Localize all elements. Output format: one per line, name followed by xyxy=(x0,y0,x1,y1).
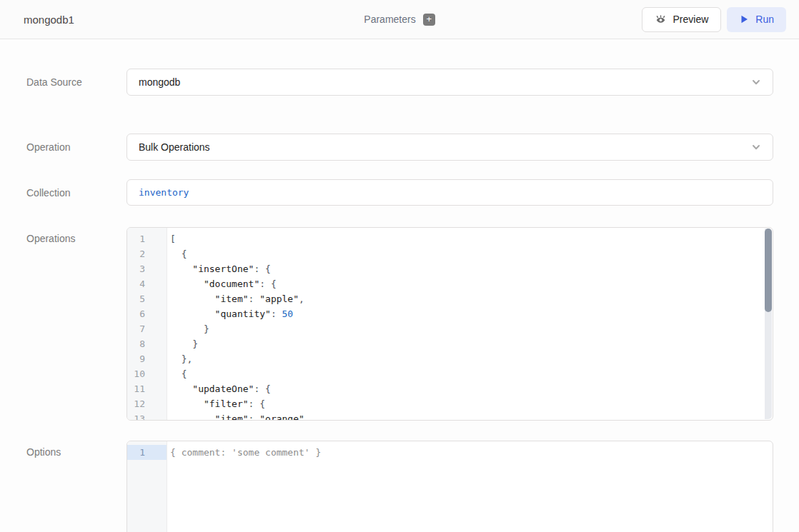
play-icon xyxy=(739,14,749,24)
line-number: 5 xyxy=(127,291,167,306)
options-code-area[interactable]: { comment: 'some comment' } xyxy=(167,441,773,532)
code-line: { xyxy=(170,366,763,381)
preview-button[interactable]: Preview xyxy=(642,7,722,32)
line-number: 13 xyxy=(127,411,167,421)
options-placeholder: { comment: 'some comment' } xyxy=(170,445,763,460)
line-number: 2 xyxy=(127,246,167,261)
line-number: 7 xyxy=(127,321,167,336)
line-number: 1 xyxy=(127,445,167,460)
operations-scrollbar[interactable] xyxy=(765,229,772,419)
operations-label: Operations xyxy=(26,233,75,244)
run-button-label: Run xyxy=(755,14,774,25)
options-gutter: 1 xyxy=(127,441,167,532)
code-line: } xyxy=(170,321,763,336)
add-parameter-button[interactable]: + xyxy=(423,14,435,26)
operations-gutter: 12345678910111213 xyxy=(127,228,167,420)
code-line: "document": { xyxy=(170,276,763,291)
line-number: 12 xyxy=(127,396,167,411)
data-source-row: Data Source mongodb xyxy=(0,69,799,96)
query-form: Data Source mongodb Operation Bulk Opera… xyxy=(0,39,799,532)
code-line: "item": "orange" xyxy=(170,411,763,421)
collection-row: Collection inventory xyxy=(0,179,799,206)
chevron-down-icon[interactable] xyxy=(750,141,763,154)
line-number: 10 xyxy=(127,366,167,381)
operations-row: Operations 12345678910111213 [ { "insert… xyxy=(0,227,799,421)
line-number: 1 xyxy=(127,231,167,246)
operation-value: Bulk Operations xyxy=(139,141,210,153)
operations-code-area[interactable]: [ { "insertOne": { "document": { "item":… xyxy=(167,228,773,420)
code-line: } xyxy=(170,336,763,351)
options-code-editor[interactable]: 1 { comment: 'some comment' } xyxy=(126,441,773,532)
run-button[interactable]: Run xyxy=(727,7,786,32)
options-row: Options 1 { comment: 'some comment' } xyxy=(0,441,799,532)
code-line: [ xyxy=(170,231,763,246)
code-line: "filter": { xyxy=(170,396,763,411)
code-line: "updateOne": { xyxy=(170,381,763,396)
options-label: Options xyxy=(26,446,61,458)
chevron-down-icon[interactable] xyxy=(750,76,763,89)
line-number: 9 xyxy=(127,351,167,366)
eye-icon xyxy=(655,14,667,26)
line-number: 3 xyxy=(127,261,167,276)
operation-select[interactable]: Bulk Operations xyxy=(126,134,773,161)
data-source-select[interactable]: mongodb xyxy=(126,69,773,96)
operations-code-editor[interactable]: 12345678910111213 [ { "insertOne": { "do… xyxy=(126,227,773,421)
plus-icon: + xyxy=(426,14,432,24)
code-line: "insertOne": { xyxy=(170,261,763,276)
line-number: 6 xyxy=(127,306,167,321)
preview-button-label: Preview xyxy=(673,14,709,25)
code-line: }, xyxy=(170,351,763,366)
collection-label: Collection xyxy=(26,187,70,199)
line-number: 8 xyxy=(127,336,167,351)
operation-row: Operation Bulk Operations xyxy=(0,134,799,161)
code-line: { xyxy=(170,246,763,261)
query-editor-header: mongodb1 Parameters + Preview xyxy=(0,0,799,39)
line-number: 11 xyxy=(127,381,167,396)
data-source-label: Data Source xyxy=(26,76,82,88)
operation-label: Operation xyxy=(26,141,70,153)
header-actions: Preview Run xyxy=(642,7,786,32)
data-source-value: mongodb xyxy=(139,76,180,88)
query-title: mongodb1 xyxy=(24,14,74,26)
code-line: "item": "apple", xyxy=(170,291,763,306)
parameters-label: Parameters xyxy=(364,14,415,25)
code-line: "quantity": 50 xyxy=(170,306,763,321)
collection-input[interactable]: inventory xyxy=(126,179,773,206)
collection-value: inventory xyxy=(139,187,189,198)
line-number: 4 xyxy=(127,276,167,291)
operations-scrollbar-thumb[interactable] xyxy=(765,229,772,312)
